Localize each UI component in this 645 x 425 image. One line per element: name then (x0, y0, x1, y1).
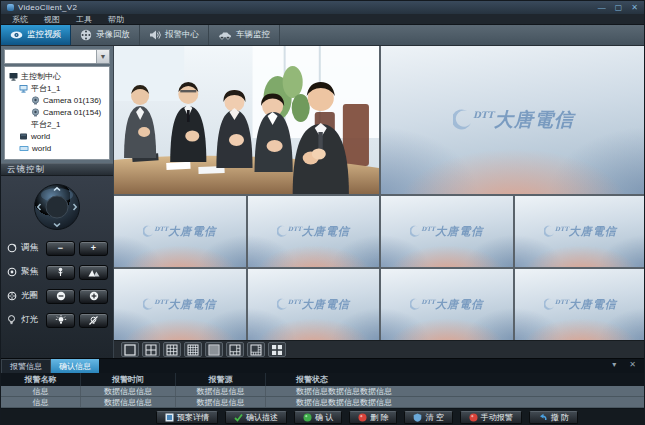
tree-item-world-2[interactable]: world (7, 142, 107, 154)
zoom-in-button[interactable]: + (79, 241, 108, 256)
ptz-panel: 调焦 − + 聚焦 光圈 灯光 (1, 176, 113, 358)
ptz-focus-row: 聚焦 (6, 264, 108, 280)
layout-6-icon (229, 344, 241, 356)
layout-wall-icon (271, 344, 283, 356)
ptz-iris-row: 光圈 (6, 288, 108, 304)
confirm-describe-button[interactable]: 确认描述 (225, 411, 287, 424)
iris-open-button[interactable] (79, 289, 108, 304)
main-toolbar: 监控视频 录像回放 报警中心 车辆监控 (1, 25, 644, 46)
undo-arrow-icon (538, 413, 548, 422)
layout-25-icon (208, 344, 220, 356)
menu-system[interactable]: 系统 (5, 14, 35, 25)
tab-alarm-center[interactable]: 报警中心 (140, 25, 209, 45)
bulb-off-icon (88, 315, 99, 326)
crescent-icon (410, 298, 421, 311)
video-cell[interactable]: DTT大唐電信 (381, 269, 513, 340)
video-cell[interactable]: DTT大唐電信 (515, 269, 645, 340)
menu-view[interactable]: 视图 (37, 14, 67, 25)
disarm-button[interactable]: 撤 防 (529, 411, 578, 424)
video-cell[interactable]: DTT大唐電信 (114, 269, 246, 340)
iris-close-button[interactable] (46, 289, 75, 304)
tab-label: 报警中心 (165, 29, 199, 41)
tree-item-camera-154[interactable]: Camera 01(154) (7, 106, 107, 118)
delete-button[interactable]: 删 除 (349, 411, 397, 424)
zoom-ring-icon (6, 243, 17, 253)
menu-tools[interactable]: 工具 (69, 14, 99, 25)
tab-label: 车辆监控 (236, 29, 270, 41)
video-cell-live[interactable] (114, 46, 379, 194)
collapse-panel-icon[interactable]: ▾ (612, 360, 616, 370)
tab-monitor-video[interactable]: 监控视频 (1, 25, 71, 45)
flower-near-icon (56, 267, 65, 277)
video-cell[interactable]: DTT大唐電信 (515, 196, 645, 267)
video-cell[interactable]: DTT大唐電信 (114, 196, 246, 267)
clear-button[interactable]: 清 空 (404, 411, 452, 424)
alarm-table-row[interactable]: 信息 数据信息信息 数据信息信息 数据信息数据信息数据信息 (1, 397, 644, 408)
alarm-table: 报警名称 报警时间 报警源 报警状态 信息 数据信息信息 数据信息信息 数据信息… (1, 373, 644, 408)
close-panel-icon[interactable]: ✕ (629, 360, 636, 370)
video-cell[interactable]: DTT大唐電信 (381, 196, 513, 267)
focus-near-button[interactable] (46, 265, 75, 280)
alarm-table-row[interactable]: 信息 数据信息信息 数据信息信息 数据信息数据信息数据信息 (1, 386, 644, 397)
sidebar: ▼ 主控制中心 平台1_1 Camera 01(136) Camera 01(1… (1, 46, 114, 358)
ptz-zoom-row: 调焦 − + (6, 240, 108, 256)
layout-6-button[interactable] (226, 342, 244, 357)
alarm-panel: 报警信息 确认信息 ▾ ✕ 报警名称 报警时间 报警源 报警状态 信息 数据信息… (1, 358, 644, 425)
bulb-icon (6, 315, 17, 326)
video-display-area: DTT 大唐電信 DTT大唐電信 DTT大唐電信 DTT大唐電信 DTT大唐電信… (114, 46, 645, 358)
red-dot-icon (358, 413, 367, 422)
chevron-down-icon[interactable]: ▼ (96, 50, 109, 63)
manual-alarm-button[interactable]: 手动报警 (460, 411, 522, 424)
layout-wall-button[interactable] (268, 342, 286, 357)
tab-playback[interactable]: 录像回放 (71, 25, 140, 45)
shield-blue-icon (413, 413, 422, 422)
datang-logo: DTT大唐電信 (410, 224, 483, 239)
confirm-button[interactable]: 确 认 (294, 411, 342, 424)
layout-1-icon (124, 344, 136, 356)
green-dot-icon (303, 413, 312, 422)
alarm-table-header: 报警名称 报警时间 报警源 报警状态 (1, 373, 644, 386)
layout-1-button[interactable] (121, 342, 139, 357)
video-cell[interactable]: DTT大唐電信 (248, 269, 380, 340)
device-dropdown[interactable]: ▼ (4, 49, 110, 64)
menu-help[interactable]: 帮助 (101, 14, 131, 25)
layout-9-button[interactable] (163, 342, 181, 357)
ptz-panel-header: 云镜控制 (1, 163, 113, 176)
car-icon (218, 29, 232, 41)
video-cell[interactable]: DTT 大唐電信 (381, 46, 645, 194)
ptz-light-row: 灯光 (6, 312, 108, 328)
film-reel-icon (80, 29, 92, 41)
minimize-button[interactable]: — (598, 4, 606, 12)
mountain-far-icon (88, 268, 100, 277)
tab-label: 监控视频 (27, 29, 61, 41)
datang-logo: DTT 大唐電信 (453, 107, 574, 133)
zoom-out-button[interactable]: − (46, 241, 75, 256)
layout-4-button[interactable] (142, 342, 160, 357)
meeting-video-frame (114, 46, 379, 194)
layout-16-button[interactable] (184, 342, 202, 357)
tab-label: 录像回放 (96, 29, 130, 41)
focus-ring-icon (6, 267, 17, 277)
light-off-button[interactable] (79, 313, 108, 328)
tab-vehicle-monitor[interactable]: 车辆监控 (209, 25, 280, 45)
col-alarm-name: 报警名称 (1, 373, 81, 386)
layout-16-icon (187, 344, 199, 356)
focus-far-button[interactable] (79, 265, 108, 280)
video-cell[interactable]: DTT大唐電信 (248, 196, 380, 267)
layout-25-button[interactable] (205, 342, 223, 357)
light-on-button[interactable] (46, 313, 75, 328)
close-button[interactable]: ✕ (631, 4, 638, 12)
maximize-button[interactable]: ▢ (615, 4, 623, 12)
tab-confirm-info[interactable]: 确认信息 (51, 359, 99, 373)
datang-logo: DTT大唐電信 (143, 224, 216, 239)
tab-alarm-info[interactable]: 报警信息 (1, 359, 51, 373)
iris-aperture-icon (6, 291, 17, 301)
layout-8-button[interactable] (247, 342, 265, 357)
screen-blue-icon (19, 139, 29, 157)
plan-detail-button[interactable]: 预案详情 (156, 411, 218, 424)
monitor-blue-icon (19, 79, 28, 97)
tree-item-platform1[interactable]: 平台1_1 (7, 82, 107, 94)
ptz-dpad[interactable] (33, 183, 81, 231)
bulb-on-icon (55, 315, 67, 326)
crescent-icon (143, 298, 154, 311)
